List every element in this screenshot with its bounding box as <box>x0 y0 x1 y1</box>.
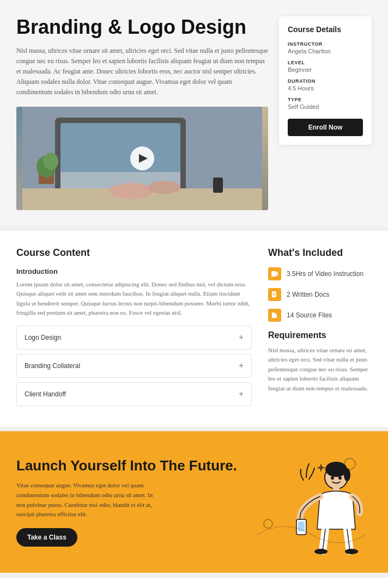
files-icon <box>268 309 281 322</box>
level-value: Beginner <box>288 66 363 73</box>
whats-included-section: What's Included 3.5Hrs of Video Instruct… <box>268 247 372 411</box>
svg-point-25 <box>338 476 342 480</box>
svg-point-23 <box>344 468 350 481</box>
duration-label: DURATION <box>288 78 363 84</box>
card-title: Course Details <box>288 25 363 34</box>
intro-title: Introduction <box>16 267 252 275</box>
intro-block: Introduction Lorem ipsum dolor sit amet,… <box>16 267 252 318</box>
type-value: Self Guided <box>288 103 363 110</box>
cta-illustration <box>241 448 372 556</box>
svg-rect-15 <box>273 293 276 293</box>
cta-banner: Launch Yourself Into The Future. Vitae c… <box>0 431 388 573</box>
svg-rect-3 <box>60 123 180 172</box>
svg-point-12 <box>148 181 180 194</box>
accordion-expand-client: + <box>239 389 244 399</box>
accordion-expand-branding: + <box>239 361 244 371</box>
content-section: Course Content Introduction Lorem ipsum … <box>0 231 388 427</box>
accordion-label-branding: Branding Collateral <box>25 362 80 370</box>
course-details-card: Course Details INSTRUCTOR Angela Charlto… <box>279 16 372 145</box>
svg-rect-17 <box>273 295 275 296</box>
footer: Vitae consequat augue. Vivamus eget dolo… <box>0 577 388 588</box>
play-button[interactable] <box>130 146 154 170</box>
cta-content: Launch Yourself Into The Future. Vitae c… <box>16 457 241 547</box>
video-instruction-text: 3.5Hrs of Video Instruction <box>287 270 363 278</box>
included-item-docs: 2 Written Docs <box>268 288 372 301</box>
video-container[interactable] <box>16 107 268 210</box>
level-label: LEVEL <box>288 60 363 65</box>
cta-title: Launch Yourself Into The Future. <box>16 457 241 474</box>
accordion-label-logo: Logo Design <box>25 334 61 341</box>
video-icon <box>268 267 281 280</box>
svg-point-22 <box>325 462 347 477</box>
page-title: Branding & Logo Design <box>16 16 268 38</box>
svg-point-11 <box>110 183 153 199</box>
svg-point-9 <box>43 152 58 170</box>
hero-description: Nisl massa, ultrices vitae ornare sit am… <box>16 46 268 98</box>
docs-icon <box>268 288 281 301</box>
course-content-heading: Course Content <box>16 247 252 259</box>
svg-rect-10 <box>213 177 223 193</box>
accordion-logo-design[interactable]: Logo Design + <box>16 326 252 350</box>
accordion-expand-logo: + <box>239 333 244 342</box>
accordion-label-client: Client Handoff <box>25 390 66 398</box>
enroll-button[interactable]: Enroll Now <box>288 119 363 136</box>
requirements-heading: Requirements <box>268 330 372 340</box>
files-text: 14 Source Files <box>287 311 332 319</box>
svg-point-19 <box>264 519 272 528</box>
instructor-label: INSTRUCTOR <box>288 41 363 47</box>
accordion-branding[interactable]: Branding Collateral + <box>16 354 252 378</box>
svg-rect-13 <box>271 271 276 277</box>
included-item-video: 3.5Hrs of Video Instruction <box>268 267 372 280</box>
intro-text: Lorem ipsum dolor sit amet, consectetur … <box>16 280 252 318</box>
svg-point-29 <box>314 549 328 554</box>
included-item-files: 14 Source Files <box>268 309 372 322</box>
whats-included-heading: What's Included <box>268 247 372 259</box>
take-class-button[interactable]: Take a Class <box>16 528 77 547</box>
course-content: Course Content Introduction Lorem ipsum … <box>16 247 252 411</box>
duration-value: 4.5 Hours <box>288 85 363 91</box>
requirements-text: Nisl massa, ultrices vitae ornare sit am… <box>268 346 372 394</box>
docs-text: 2 Written Docs <box>287 291 329 298</box>
accordion-client-handoff[interactable]: Client Handoff + <box>16 382 252 406</box>
svg-point-30 <box>345 549 358 554</box>
svg-point-24 <box>331 476 334 480</box>
cta-description: Vitae consequat augue. Vivamus eget dolo… <box>16 481 158 519</box>
svg-rect-16 <box>273 294 275 295</box>
instructor-value: Angela Charlton <box>288 48 363 54</box>
type-label: TYPE <box>288 97 363 102</box>
